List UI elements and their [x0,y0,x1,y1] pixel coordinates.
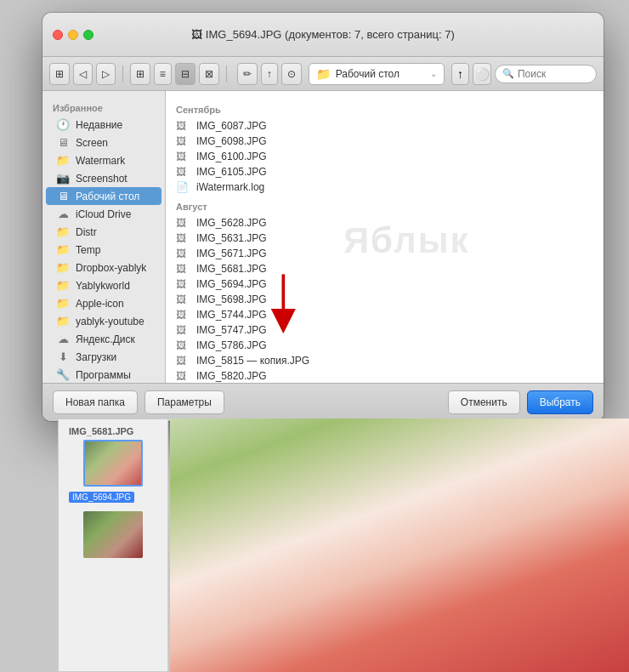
file-item[interactable]: 🖼 IMG_5631.JPG [166,231,604,246]
file-item[interactable]: 🖼 IMG_5820.JPG [166,368,604,383]
cloud-icon: ☁ [56,333,70,345]
file-icon: 🖼 [176,355,190,367]
new-folder-button[interactable]: Новая папка [53,390,138,414]
edit-btn[interactable]: ✏ [237,63,258,85]
action-btn[interactable]: ⊙ [281,63,302,85]
location-picker[interactable]: 📁 Рабочий стол ⌄ [309,63,445,85]
folder-icon: 📁 [56,279,70,292]
close-button[interactable] [53,30,63,40]
file-name: IMG_5747.JPG [196,324,267,336]
file-name: IMG_6098.JPG [196,135,267,147]
file-name: IMG_6100.JPG [196,151,267,162]
file-icon: 🖼 [176,309,190,321]
file-item[interactable]: 🖼 IMG_5628.JPG [166,215,604,231]
file-icon: 🖼 [176,278,190,290]
file-item[interactable]: 🖼 IMG_5815 — копия.JPG [166,353,604,368]
file-item[interactable]: 🖼 IMG_6105.JPG [166,164,604,179]
screen-icon: 🖥 [56,136,70,149]
sidebar-item-downloads[interactable]: ⬇ Загрузки [46,348,162,366]
section-header-august: Август [166,195,604,215]
photo-content [170,419,629,672]
maximize-button[interactable] [83,30,94,40]
file-icon: 🖼 [176,166,190,178]
sidebar-item-label: Недавние [76,119,122,131]
sidebar-item-label: Яндекс.Диск [76,333,135,345]
sidebar-item-recently[interactable]: 🕐 Недавние [46,116,162,134]
view-column-btn[interactable]: ⊟ [175,63,196,85]
view-icon-btn[interactable]: ⊞ [130,63,150,85]
file-icon: 🖼 [176,151,190,162]
params-button[interactable]: Параметры [144,390,224,414]
sidebar-item-programs[interactable]: 🔧 Программы [46,366,162,383]
file-icon: 🖼 [176,370,190,382]
sidebar-item-yandex[interactable]: ☁ Яндекс.Диск [46,330,162,348]
sidebar-item-label: Apple-icon [76,298,124,310]
file-item[interactable]: 🖼 IMG_5694.JPG [166,276,604,292]
file-item[interactable]: 🖼 IMG_5786.JPG [166,338,604,353]
sidebar: Избранное 🕐 Недавние 🖥 Screen 📁 Watermar… [42,91,166,383]
app-thumbnail-panel: IMG_5681.JPG IMG_5694.JPG [58,419,168,672]
sidebar-item-temp[interactable]: 📁 Temp [46,241,162,259]
thumbnail-1[interactable] [83,440,143,487]
minimize-button[interactable] [68,30,78,40]
folder-icon: 📁 [56,225,70,238]
upload-btn[interactable]: ↑ [451,63,470,85]
file-item[interactable]: 🖼 IMG_6100.JPG [166,149,604,164]
sidebar-item-label: Temp [76,244,100,256]
toolbar-sep-1 [122,65,123,83]
nav-forward-btn[interactable]: ▷ [96,63,116,85]
sidebar-item-screen[interactable]: 🖥 Screen [46,134,162,151]
file-name: IMG_6087.JPG [196,120,267,132]
file-item[interactable]: 📄 iWatermark.log [166,179,604,195]
sidebar-item-label: Screenshot [76,173,128,185]
section-header-september: Сентябрь [166,98,604,118]
thumbnail-2[interactable] [83,511,143,558]
file-item[interactable]: 🖼 IMG_5698.JPG [166,292,604,307]
main-content: Избранное 🕐 Недавние 🖥 Screen 📁 Watermar… [42,91,604,383]
file-icon: 🖼 [176,293,190,305]
sidebar-item-dropbox[interactable]: 📁 Dropbox-yablyk [46,259,162,276]
search-box[interactable]: 🔍 [495,65,597,83]
tag-btn[interactable]: ⚪ [473,63,491,85]
file-name: IMG_5786.JPG [196,339,267,351]
folder-icon: 📁 [56,243,70,256]
file-name: IMG_5698.JPG [196,293,267,305]
file-name: IMG_6105.JPG [196,166,267,178]
sidebar-item-icloud[interactable]: ☁ iCloud Drive [46,205,162,223]
sidebar-item-youtube[interactable]: 📁 yablyk-youtube [46,312,162,330]
nav-back-btn[interactable]: ◁ [73,63,93,85]
search-input[interactable] [518,68,586,80]
file-item[interactable]: 🖼 IMG_5671.JPG [166,246,604,261]
select-button[interactable]: Выбрать [527,390,593,414]
sidebar-item-yablykworld[interactable]: 📁 Yablykworld [46,276,162,294]
cancel-button[interactable]: Отменить [448,390,520,414]
download-icon: ⬇ [56,350,70,363]
file-item[interactable]: 🖼 IMG_6098.JPG [166,134,604,149]
file-item[interactable]: 🖼 IMG_5681.JPG [166,261,604,276]
sidebar-item-label: Dropbox-yablyk [76,262,146,274]
file-item[interactable]: 🖼 IMG_5744.JPG [166,307,604,322]
sidebar-item-watermark[interactable]: 📁 Watermark [46,151,162,169]
screenshot-icon: 📷 [56,172,70,185]
thumb-label-1: IMG_5681.JPG [59,419,167,436]
sidebar-item-label: Yablykworld [76,280,130,292]
file-item[interactable]: 🖼 IMG_5747.JPG [166,322,604,338]
search-icon: 🔍 [502,68,514,79]
traffic-lights [53,30,94,40]
file-item[interactable]: 🖼 IMG_6087.JPG [166,118,604,134]
folder-icon: 📁 [56,315,70,327]
desktop-icon: 🖥 [56,190,70,202]
sidebar-item-distr[interactable]: 📁 Distr [46,223,162,241]
sidebar-item-label: Загрузки [76,351,116,363]
file-name: IMG_5671.JPG [196,248,267,259]
folder-icon: 📁 [56,297,70,310]
file-icon: 🖼 [176,263,190,275]
sidebar-toggle-btn[interactable]: ⊞ [49,63,70,85]
sidebar-item-apple-icon[interactable]: 📁 Apple-icon [46,294,162,312]
sidebar-item-screenshot[interactable]: 📷 Screenshot [46,169,162,187]
view-list-btn[interactable]: ≡ [154,63,172,85]
file-icon: 🖼 [176,232,190,244]
view-coverflow-btn[interactable]: ⊠ [199,63,219,85]
share-btn[interactable]: ↑ [261,63,278,85]
sidebar-item-desktop[interactable]: 🖥 Рабочий стол [46,187,162,205]
